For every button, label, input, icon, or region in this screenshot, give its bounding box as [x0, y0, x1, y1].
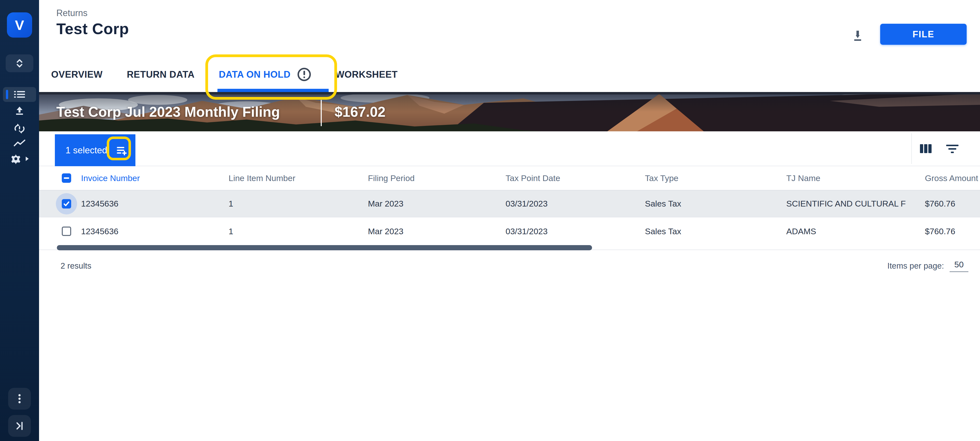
cell-tax-type: Sales Tax [645, 199, 786, 209]
select-all-checkbox[interactable] [62, 173, 71, 183]
table-toolbar: 1 selected [39, 131, 980, 166]
tab-worksheet[interactable]: WORKSHEET [336, 69, 398, 80]
cell-invoice-number: 12345636 [81, 199, 229, 209]
cell-tax-type: Sales Tax [645, 227, 786, 236]
chevron-right-icon [26, 157, 29, 161]
settings-gear-icon [8, 153, 31, 165]
selection-count: 1 selected [65, 145, 107, 156]
toolbar-divider [911, 133, 912, 164]
tab-overview[interactable]: OVERVIEW [51, 69, 103, 80]
playlist-add-icon [115, 144, 128, 156]
vertex-logo-letter: V [15, 17, 24, 33]
selection-chip: 1 selected [55, 134, 135, 166]
sidebar-item-sync-status[interactable] [0, 121, 39, 136]
tab-data-on-hold[interactable]: DATA ON HOLD [219, 67, 311, 81]
cell-tj-name: ADAMS [786, 227, 925, 236]
breadcrumb[interactable]: Returns [56, 8, 88, 18]
cell-tj-name: SCIENTIFIC AND CULTURAL F [786, 199, 925, 209]
banner-divider [321, 100, 322, 126]
sidebar-item-analytics[interactable] [0, 136, 39, 151]
columns-icon [918, 143, 933, 154]
sidebar: V [0, 0, 39, 441]
filter-icon [945, 143, 959, 154]
cell-invoice-number: 12345636 [81, 227, 229, 236]
results-count: 2 results [60, 261, 91, 271]
expand-panel-icon [14, 420, 25, 431]
cell-gross-amount: $760.76 [925, 227, 980, 236]
column-header-tj-name[interactable]: TJ Name [786, 173, 925, 183]
table-header-row: Invoice Number Line Item Number Filing P… [39, 166, 980, 190]
add-to-return-button[interactable] [113, 142, 130, 159]
cell-line-item-number: 1 [229, 199, 368, 209]
tab-bar: OVERVIEW RETURN DATA DATA ON HOLD WORKSH… [39, 57, 980, 92]
items-per-page-label: Items per page: [887, 261, 944, 271]
trending-icon [13, 138, 26, 149]
column-header-line-item-number[interactable]: Line Item Number [229, 173, 368, 183]
items-per-page-select[interactable]: 50 [950, 260, 968, 272]
checkmark-icon [62, 199, 71, 209]
upload-icon [14, 105, 25, 117]
entity-switcher-button[interactable] [6, 54, 33, 72]
warning-icon [297, 67, 311, 81]
row-checkbox[interactable] [62, 199, 71, 209]
download-button[interactable] [849, 27, 866, 44]
tab-return-data[interactable]: RETURN DATA [127, 69, 194, 80]
more-options-button[interactable] [8, 388, 31, 410]
cell-filing-period: Mar 2023 [368, 199, 506, 209]
unfold-more-icon [14, 58, 25, 69]
indeterminate-mark-icon [64, 177, 69, 179]
vertex-logo[interactable]: V [7, 12, 32, 38]
filing-amount: $167.02 [334, 104, 385, 120]
filing-title: Test Corp Jul 2023 Monthly Filing [56, 104, 280, 120]
sync-problem-icon [13, 123, 26, 134]
download-icon [851, 28, 865, 42]
cell-gross-amount: $760.76 [925, 199, 980, 209]
file-button[interactable]: FILE [880, 24, 967, 45]
active-tab-underline [218, 89, 329, 92]
checkbox-focus-halo [56, 193, 77, 214]
kebab-menu-icon [14, 393, 24, 405]
cell-filing-period: Mar 2023 [368, 227, 506, 236]
cell-tax-point-date: 03/31/2023 [506, 227, 645, 236]
data-on-hold-table: Invoice Number Line Item Number Filing P… [39, 166, 980, 245]
column-header-tax-point-date[interactable]: Tax Point Date [506, 173, 645, 183]
table-row[interactable]: 12345636 1 Mar 2023 03/31/2023 Sales Tax… [39, 190, 980, 217]
row-checkbox[interactable] [62, 227, 71, 236]
list-icon [13, 89, 26, 100]
active-indicator [6, 90, 8, 99]
column-header-filing-period[interactable]: Filing Period [368, 173, 506, 183]
expand-sidebar-button[interactable] [8, 415, 31, 437]
table-row[interactable]: 12345636 1 Mar 2023 03/31/2023 Sales Tax… [39, 217, 980, 245]
column-header-tax-type[interactable]: Tax Type [645, 173, 786, 183]
cell-line-item-number: 1 [229, 227, 368, 236]
filing-banner: Test Corp Jul 2023 Monthly Filing $167.0… [39, 92, 980, 131]
sidebar-item-upload[interactable] [0, 103, 39, 118]
manage-columns-button[interactable] [917, 140, 934, 158]
page-header: Returns Test Corp FILE [39, 0, 980, 57]
sidebar-item-returns-list[interactable] [3, 87, 36, 102]
column-header-gross-amount[interactable]: Gross Amount [925, 173, 980, 183]
filter-button[interactable] [943, 140, 961, 158]
app-root: V [0, 0, 980, 441]
column-header-invoice-number[interactable]: Invoice Number [81, 173, 229, 183]
main-content: Returns Test Corp FILE OVERVIEW RETURN D… [39, 0, 980, 441]
cell-tax-point-date: 03/31/2023 [506, 199, 645, 209]
page-title: Test Corp [56, 20, 129, 38]
sidebar-item-settings[interactable] [0, 151, 39, 166]
horizontal-scrollbar-thumb[interactable] [57, 245, 592, 250]
